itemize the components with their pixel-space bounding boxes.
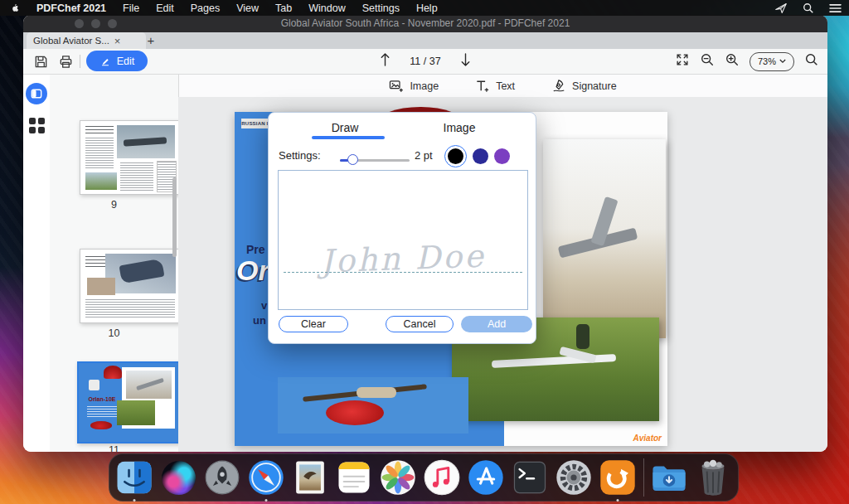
thumbnails-panel: 9 10 Orlan- — [50, 75, 179, 452]
mail-icon[interactable] — [292, 459, 329, 497]
menu-item-view[interactable]: View — [228, 2, 267, 14]
photo-drone-tail — [543, 139, 666, 338]
thumbnail-page-number: 11 — [50, 444, 178, 452]
thumbnail-page-number: 10 — [50, 327, 178, 339]
color-swatch-purple[interactable] — [494, 148, 510, 164]
zoom-in-icon[interactable] — [725, 52, 740, 70]
dock — [109, 453, 739, 502]
settings-label: Settings: — [279, 149, 321, 162]
pdfchef-icon[interactable] — [599, 459, 637, 497]
grid-view-icon[interactable] — [29, 118, 44, 133]
menu-item-window[interactable]: Window — [300, 2, 353, 14]
thumbnail-scrollbar[interactable] — [172, 177, 177, 257]
insert-toolbar: Image Text Signature — [178, 75, 827, 98]
insert-image-label: Image — [410, 80, 439, 92]
stroke-width-value: 2 pt — [415, 149, 433, 162]
fit-screen-icon[interactable] — [675, 52, 690, 70]
search-icon[interactable] — [795, 2, 822, 14]
terminal-icon[interactable] — [512, 459, 549, 497]
thumb-text-column — [120, 162, 153, 191]
main-toolbar: Edit 11 / 37 — [23, 49, 827, 75]
menu-item-edit[interactable]: Edit — [148, 2, 182, 14]
magazine-brand-logo: Aviator — [616, 434, 662, 443]
document-tab[interactable]: Global Aviator S... × — [27, 32, 146, 49]
tab-close-icon[interactable]: × — [114, 36, 121, 46]
thumb-photo-drone-sky — [126, 371, 172, 399]
insert-signature-button[interactable]: Signature — [551, 79, 617, 93]
zoom-out-icon[interactable] — [700, 52, 715, 70]
thumb-logo-box — [89, 380, 99, 390]
add-button[interactable]: Add — [461, 316, 532, 332]
previous-page-arrow-icon[interactable] — [379, 52, 391, 70]
menu-item-help[interactable]: Help — [408, 2, 446, 14]
zoom-level-value: 73% — [758, 56, 776, 66]
thumb-text-column — [85, 299, 175, 317]
new-tab-button[interactable]: + — [141, 32, 161, 49]
thumb-heading-block — [85, 126, 114, 134]
safari-icon[interactable] — [248, 459, 285, 497]
finder-icon[interactable] — [116, 459, 153, 497]
thumb-photo-jet — [105, 254, 176, 293]
siri-icon[interactable] — [160, 459, 197, 497]
signature-pen-icon — [551, 79, 566, 93]
thumb-red-plane — [90, 421, 112, 429]
search-document-icon[interactable] — [804, 52, 819, 70]
thumb-text-column — [85, 138, 114, 169]
color-swatch-navy[interactable] — [473, 148, 488, 164]
thumbnail-page-number: 9 — [50, 199, 178, 211]
control-center-list-icon[interactable] — [822, 3, 849, 13]
insert-text-label: Text — [496, 80, 515, 92]
tab-label: Global Aviator S... — [33, 36, 109, 46]
apple-menu-icon[interactable] — [0, 2, 28, 14]
thumb-photo-drone-grass — [117, 400, 155, 425]
menu-item-tab[interactable]: Tab — [267, 2, 300, 14]
insert-text-button[interactable]: Text — [475, 80, 515, 93]
thumb-photo-small — [85, 172, 117, 190]
thumbnail-page-9[interactable] — [80, 120, 181, 195]
chevron-down-icon — [779, 59, 786, 64]
cancel-button[interactable]: Cancel — [386, 316, 454, 332]
insert-image-button[interactable]: Image — [389, 80, 439, 93]
launchpad-icon[interactable] — [204, 459, 241, 497]
signature-placeholder: John Doe — [278, 236, 527, 281]
pointer-icon[interactable] — [767, 2, 795, 14]
thumb-text-column — [87, 406, 117, 418]
screen: PDFChef 2021 File Edit Pages View Tab Wi… — [0, 0, 849, 504]
next-page-arrow-icon[interactable] — [459, 52, 472, 70]
title-bar: Global Aviator South Africa - November 2… — [23, 15, 827, 32]
page-text-fragment: un — [253, 314, 266, 327]
thumbnail-page-11-selected[interactable]: Orlan-10E — [77, 361, 185, 443]
photo-red-drone — [278, 377, 468, 434]
downloads-folder-icon[interactable] — [651, 459, 688, 497]
zoom-level-dropdown[interactable]: 73% — [750, 52, 794, 71]
menu-app-name[interactable]: PDFChef 2021 — [28, 2, 114, 14]
thumb-parachute — [104, 366, 122, 379]
menu-item-file[interactable]: File — [114, 2, 148, 14]
tab-bar: Global Aviator S... × + — [23, 32, 827, 49]
text-icon — [475, 80, 490, 93]
tab-draw[interactable]: Draw — [287, 121, 403, 134]
clear-button[interactable]: Clear — [279, 316, 348, 332]
slider-thumb[interactable] — [347, 154, 358, 165]
thumbnail-page-10[interactable] — [80, 249, 181, 323]
notes-icon[interactable] — [336, 459, 373, 497]
thumbnails-panel-toggle-icon[interactable] — [26, 83, 47, 104]
thumb-photo-tan — [87, 278, 115, 295]
active-tab-underline — [312, 136, 385, 139]
thumb-white-panel — [122, 367, 175, 429]
app-store-icon[interactable] — [468, 459, 505, 497]
menu-item-pages[interactable]: Pages — [182, 2, 228, 14]
color-swatch-black[interactable] — [448, 148, 463, 164]
tab-image[interactable]: Image — [401, 121, 517, 134]
system-preferences-icon[interactable] — [555, 459, 593, 497]
page-indicator[interactable]: 11 / 37 — [410, 56, 440, 67]
menu-item-settings[interactable]: Settings — [354, 2, 408, 14]
photos-icon[interactable] — [380, 459, 417, 497]
music-icon[interactable] — [424, 459, 461, 497]
window-title: Global Aviator South Africa - November 2… — [23, 17, 827, 29]
sidebar-rail — [23, 75, 51, 452]
image-icon — [389, 80, 404, 93]
insert-signature-label: Signature — [572, 80, 617, 92]
signature-draw-canvas[interactable]: John Doe — [278, 170, 528, 310]
trash-icon[interactable] — [695, 459, 732, 497]
